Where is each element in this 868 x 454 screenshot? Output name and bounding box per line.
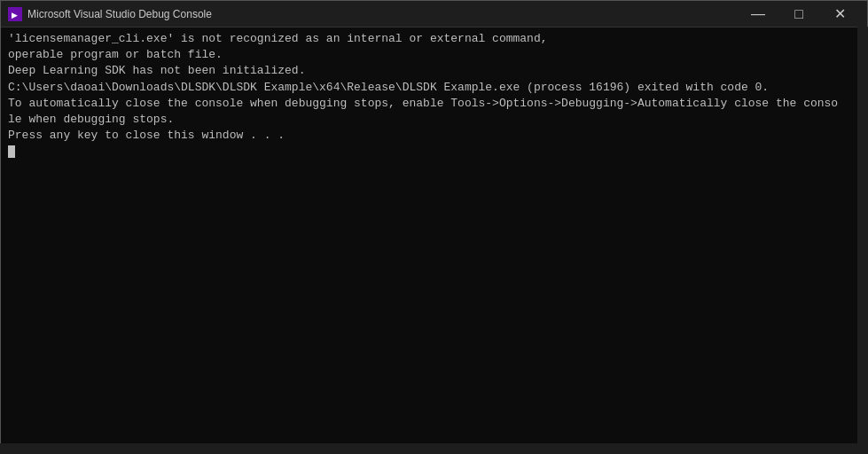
horizontal-scrollbar[interactable]: [0, 443, 857, 454]
cursor-line: [8, 144, 860, 160]
scrollbar-corner: [857, 443, 868, 454]
text-cursor: [8, 145, 15, 158]
window-title: Microsoft Visual Studio Debug Console: [27, 8, 738, 20]
console-line: To automatically close the console when …: [8, 96, 860, 112]
window-controls: — □ ✕: [738, 1, 860, 27]
title-bar: ▶ Microsoft Visual Studio Debug Console …: [1, 1, 867, 27]
minimize-button[interactable]: —: [738, 1, 778, 27]
console-line: operable program or batch file.: [8, 47, 860, 63]
app-icon: ▶: [8, 7, 22, 21]
console-line: C:\Users\daoai\Downloads\DLSDK\DLSDK Exa…: [8, 80, 860, 96]
vertical-scrollbar[interactable]: [857, 27, 868, 443]
svg-text:▶: ▶: [12, 11, 18, 20]
maximize-button[interactable]: □: [778, 1, 819, 27]
debug-console-window: ▶ Microsoft Visual Studio Debug Console …: [0, 0, 868, 454]
close-button[interactable]: ✕: [819, 1, 860, 27]
console-line: 'licensemanager_cli.exe' is not recogniz…: [8, 31, 860, 47]
console-line: Press any key to close this window . . .: [8, 128, 860, 144]
console-line: le when debugging stops.: [8, 112, 860, 128]
window: ▶ Microsoft Visual Studio Debug Console …: [0, 0, 868, 454]
console-output: 'licensemanager_cli.exe' is not recogniz…: [1, 27, 867, 453]
console-line: Deep Learning SDK has not been initializ…: [8, 63, 860, 79]
